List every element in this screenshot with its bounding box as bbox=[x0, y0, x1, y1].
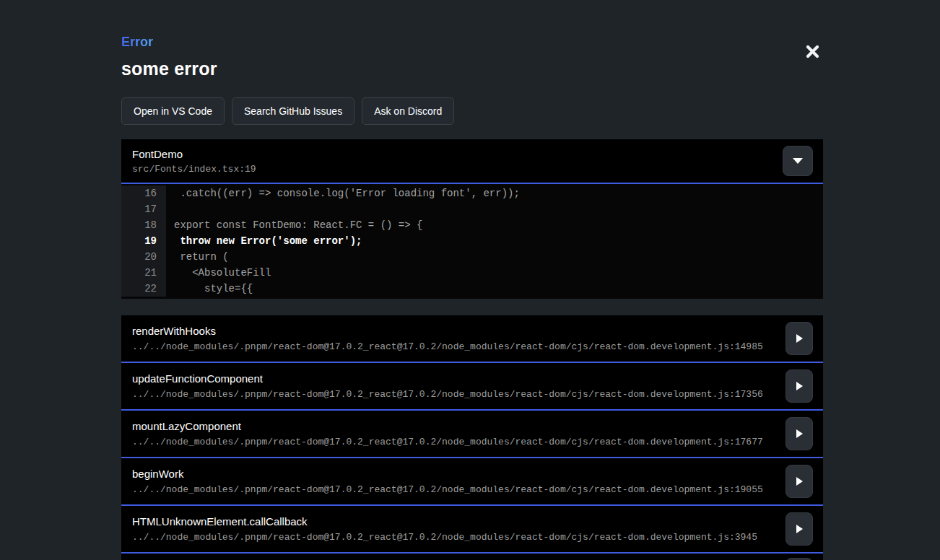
code-line: 16 .catch((err) => console.log('Error lo… bbox=[121, 185, 823, 201]
expand-stack-frame-button[interactable] bbox=[785, 417, 813, 450]
stack-frame-function: updateFunctionComponent bbox=[132, 372, 773, 385]
stack-frame-path: ../../node_modules/.pnpm/react-dom@17.0.… bbox=[132, 484, 773, 495]
code-frame-header: FontDemo src/Fonts/index.tsx:19 bbox=[121, 139, 823, 184]
stack-frame-path: ../../node_modules/.pnpm/react-dom@17.0.… bbox=[132, 341, 773, 352]
stack-frame: mountLazyComponent ../../node_modules/.p… bbox=[121, 411, 823, 458]
stack-trace-list: renderWithHooks ../../node_modules/.pnpm… bbox=[121, 315, 823, 554]
line-code: style={{ bbox=[166, 281, 823, 297]
stack-frame: HTMLUnknownElement.callCallback ../../no… bbox=[121, 506, 823, 554]
expand-stack-frame-button[interactable] bbox=[785, 322, 813, 355]
line-code: <AbsoluteFill bbox=[166, 265, 823, 281]
code-line: 20 return ( bbox=[121, 249, 823, 265]
ask-on-discord-button[interactable]: Ask on Discord bbox=[362, 97, 454, 125]
line-number: 18 bbox=[121, 217, 166, 233]
code-line: 19 throw new Error('some error'); bbox=[121, 233, 823, 249]
play-icon bbox=[796, 382, 803, 390]
stack-frame-function: HTMLUnknownElement.callCallback bbox=[132, 515, 773, 528]
code-line: 17 bbox=[121, 201, 823, 217]
error-overlay: Error some error Open in VS Code Search … bbox=[121, 35, 823, 560]
stack-frame: beginWork ../../node_modules/.pnpm/react… bbox=[121, 458, 823, 506]
play-icon bbox=[796, 525, 803, 533]
stack-frame-function: mountLazyComponent bbox=[132, 420, 773, 432]
play-icon bbox=[796, 477, 803, 486]
error-message-title: some error bbox=[121, 58, 823, 79]
line-code bbox=[166, 201, 823, 217]
expand-stack-frame-button[interactable] bbox=[785, 465, 813, 498]
line-number: 21 bbox=[121, 265, 166, 281]
line-number: 20 bbox=[121, 249, 166, 265]
line-number: 19 bbox=[121, 233, 166, 249]
line-number: 16 bbox=[121, 185, 166, 201]
line-code: return ( bbox=[166, 249, 823, 265]
code-line: 18 export const FontDemo: React.FC = () … bbox=[121, 217, 823, 233]
code-line: 22 style={{ bbox=[121, 281, 823, 297]
line-number: 17 bbox=[121, 201, 166, 217]
play-icon bbox=[796, 334, 803, 343]
stack-frame-path: ../../node_modules/.pnpm/react-dom@17.0.… bbox=[132, 532, 773, 543]
action-buttons-row: Open in VS Code Search GitHub Issues Ask… bbox=[121, 97, 823, 125]
stack-frame: updateFunctionComponent ../../node_modul… bbox=[121, 363, 823, 411]
error-type-label: Error bbox=[121, 35, 153, 50]
expand-stack-frame-button[interactable] bbox=[785, 369, 813, 403]
code-frame-title: FontDemo bbox=[132, 148, 256, 160]
stack-frame-partial bbox=[121, 554, 823, 560]
line-code: .catch((err) => console.log('Error loadi… bbox=[166, 185, 823, 201]
open-in-vscode-button[interactable]: Open in VS Code bbox=[121, 97, 225, 125]
stack-frame-path: ../../node_modules/.pnpm/react-dom@17.0.… bbox=[132, 389, 773, 400]
line-code: export const FontDemo: React.FC = () => … bbox=[166, 217, 823, 233]
code-frame-location: src/Fonts/index.tsx:19 bbox=[132, 164, 256, 175]
stack-frame: renderWithHooks ../../node_modules/.pnpm… bbox=[121, 315, 823, 363]
chevron-down-icon bbox=[793, 158, 803, 164]
code-line: 21 <AbsoluteFill bbox=[121, 265, 823, 281]
code-frame-card: FontDemo src/Fonts/index.tsx:19 16 .catc… bbox=[121, 139, 823, 299]
search-github-issues-button[interactable]: Search GitHub Issues bbox=[232, 97, 354, 125]
stack-frame-path: ../../node_modules/.pnpm/react-dom@17.0.… bbox=[132, 437, 773, 447]
play-icon bbox=[796, 429, 803, 438]
collapse-code-frame-button[interactable] bbox=[783, 146, 813, 176]
line-code: throw new Error('some error'); bbox=[166, 233, 823, 249]
expand-stack-frame-button[interactable] bbox=[785, 512, 813, 546]
stack-frame-function: beginWork bbox=[132, 468, 773, 480]
code-snippet: 16 .catch((err) => console.log('Error lo… bbox=[121, 184, 823, 299]
stack-frame-function: renderWithHooks bbox=[132, 325, 773, 337]
line-number: 22 bbox=[121, 281, 166, 297]
